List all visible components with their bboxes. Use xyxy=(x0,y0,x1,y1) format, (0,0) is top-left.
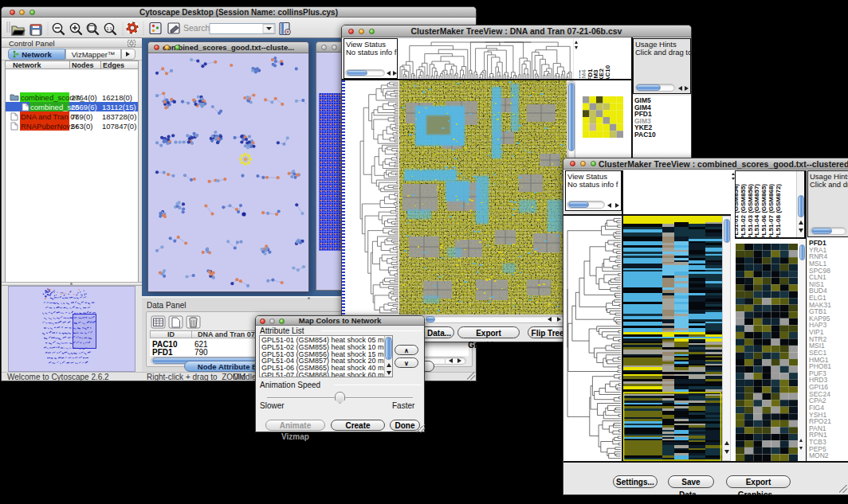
svg-text:1:1: 1:1 xyxy=(107,26,112,31)
svg-text:Search:: Search: xyxy=(183,23,212,33)
